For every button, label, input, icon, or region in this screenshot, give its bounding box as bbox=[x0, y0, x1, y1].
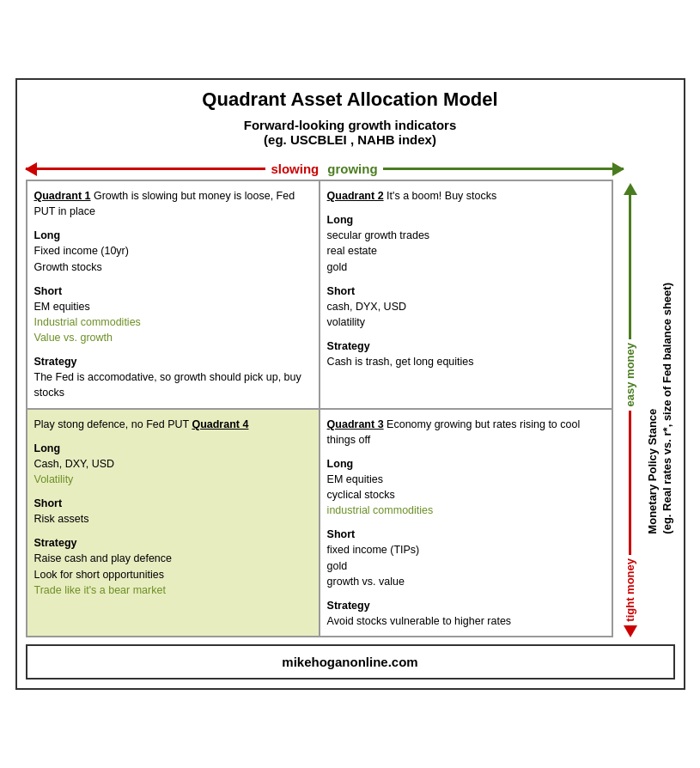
arrow-labels: slowing growing bbox=[265, 162, 382, 176]
quadrant-grid: Quadrant 1 Growth is slowing but money i… bbox=[26, 180, 613, 637]
main-title: Quadrant Asset Allocation Model bbox=[26, 88, 675, 111]
q3-short-item-3: growth vs. value bbox=[327, 574, 605, 589]
q3-strategy-text: Avoid stocks vulnerable to higher rates bbox=[327, 613, 605, 629]
q1-short-label: Short bbox=[34, 283, 312, 299]
easy-money-label: easy money bbox=[624, 343, 636, 406]
q1-strategy-label: Strategy bbox=[34, 354, 312, 369]
q2-long-section: Long secular growth trades real estate g… bbox=[327, 212, 605, 275]
q1-short-item-3: Value vs. growth bbox=[34, 330, 312, 345]
easy-money-arrow: easy money tight money bbox=[624, 180, 637, 637]
quadrant2-cell: Quadrant 2 It's a boom! Buy stocks Long … bbox=[320, 180, 612, 409]
q4-label: Quadrant 4 bbox=[192, 418, 248, 430]
q2-short-label: Short bbox=[327, 283, 605, 299]
q4-long-label: Long bbox=[34, 441, 312, 456]
subtitle-line2: (eg. USCBLEI , NAHB index) bbox=[264, 132, 436, 147]
quadrant4-cell: Play stong defence, no Fed PUT Quadrant … bbox=[27, 409, 320, 637]
slowing-arrow-line bbox=[26, 168, 266, 170]
subtitle: Forward-looking growth indicators (eg. U… bbox=[26, 118, 675, 147]
q4-long-section: Long Cash, DXY, USD Volatility bbox=[34, 441, 312, 487]
grid-bottom-row: Play stong defence, no Fed PUT Quadrant … bbox=[27, 409, 612, 637]
footer: mikehoganonline.com bbox=[26, 644, 675, 680]
q4-intro: Play stong defence, no Fed PUT bbox=[34, 418, 192, 430]
q4-strategy-item-3: Trade like it's a bear market bbox=[34, 582, 312, 598]
q3-long-section: Long EM equities cyclical stocks industr… bbox=[327, 456, 605, 519]
quadrant1-cell: Quadrant 1 Growth is slowing but money i… bbox=[27, 180, 320, 409]
content-row: Quadrant 1 Growth is slowing but money i… bbox=[26, 180, 675, 637]
q2-long-label: Long bbox=[327, 212, 605, 228]
growing-arrow bbox=[383, 159, 624, 178]
q3-long-item-2: cyclical stocks bbox=[327, 487, 605, 503]
q4-long-item-1: Cash, DXY, USD bbox=[34, 456, 312, 472]
vertical-arrows: easy money tight money bbox=[617, 180, 644, 637]
q1-long-item-1: Fixed income (10yr) bbox=[34, 243, 312, 259]
q2-short-item-1: cash, DYX, USD bbox=[327, 299, 605, 314]
q4-strategy-item-1: Raise cash and play defence bbox=[34, 551, 312, 566]
q1-short-item-1: EM equities bbox=[34, 299, 312, 314]
q1-label: Quadrant 1 bbox=[34, 190, 91, 202]
quadrant3-cell: Quadrant 3 Economy growing but rates ris… bbox=[320, 409, 612, 637]
subtitle-line1: Forward-looking growth indicators bbox=[244, 118, 457, 132]
red-v-line bbox=[629, 411, 631, 555]
q1-long-item-2: Growth stocks bbox=[34, 259, 312, 275]
main-container: Quadrant Asset Allocation Model Forward-… bbox=[15, 78, 685, 690]
slowing-label: slowing bbox=[271, 162, 319, 176]
q4-short-section: Short Risk assets bbox=[34, 496, 312, 527]
q2-strategy-text: Cash is trash, get long equities bbox=[327, 354, 605, 369]
green-v-line bbox=[629, 195, 631, 339]
growing-label: growing bbox=[327, 162, 377, 176]
q1-short-section: Short EM equities Industrial commodities… bbox=[34, 283, 312, 346]
right-axis-area: easy money tight money Monetary Policy S… bbox=[617, 180, 675, 637]
q4-short-label: Short bbox=[34, 496, 312, 511]
q4-strategy-section: Strategy Raise cash and play defence Loo… bbox=[34, 535, 312, 598]
q1-strategy-section: Strategy The Fed is accomodative, so gro… bbox=[34, 354, 312, 400]
arrow-head-down bbox=[624, 625, 637, 637]
q2-label: Quadrant 2 bbox=[327, 190, 384, 202]
q2-strategy-section: Strategy Cash is trash, get long equitie… bbox=[327, 338, 605, 369]
q2-intro: It's a boom! Buy stocks bbox=[387, 190, 496, 202]
arrow-head-up bbox=[624, 183, 637, 195]
q1-short-item-2: Industrial commodities bbox=[34, 314, 312, 330]
q3-short-item-2: gold bbox=[327, 558, 605, 574]
q1-long-label: Long bbox=[34, 228, 312, 243]
q3-short-section: Short fixed income (TIPs) gold growth vs… bbox=[327, 527, 605, 589]
q3-long-label: Long bbox=[327, 456, 605, 472]
q3-long-item-3: industrial commodities bbox=[327, 503, 605, 518]
growing-arrow-line bbox=[383, 168, 624, 170]
grid-top-row: Quadrant 1 Growth is slowing but money i… bbox=[27, 180, 612, 409]
q3-label: Quadrant 3 bbox=[327, 418, 384, 430]
q2-short-section: Short cash, DYX, USD volatility bbox=[327, 283, 605, 330]
q2-short-item-2: volatility bbox=[327, 314, 605, 330]
q1-long-section: Long Fixed income (10yr) Growth stocks bbox=[34, 228, 312, 274]
tight-money-label: tight money bbox=[624, 558, 636, 622]
q1-strategy-text: The Fed is accomodative, so growth shoul… bbox=[34, 369, 312, 400]
q4-short-item-1: Risk assets bbox=[34, 511, 312, 527]
q3-strategy-label: Strategy bbox=[327, 598, 605, 613]
q4-strategy-item-2: Look for short opportunities bbox=[34, 567, 312, 582]
slowing-arrow bbox=[26, 159, 266, 178]
footer-url: mikehoganonline.com bbox=[282, 655, 417, 669]
q3-strategy-section: Strategy Avoid stocks vulnerable to high… bbox=[327, 598, 605, 629]
growth-arrow-row: slowing growing bbox=[26, 159, 675, 178]
q3-short-item-1: fixed income (TIPs) bbox=[327, 542, 605, 558]
q2-strategy-label: Strategy bbox=[327, 338, 605, 354]
monetary-policy-title: Monetary Policy Stance (eg. Real rates v… bbox=[646, 283, 675, 534]
q3-long-item-1: EM equities bbox=[327, 472, 605, 487]
q2-long-item-2: real estate bbox=[327, 243, 605, 259]
q4-strategy-label: Strategy bbox=[34, 535, 312, 551]
q4-long-item-2: Volatility bbox=[34, 472, 312, 487]
q3-short-label: Short bbox=[327, 527, 605, 542]
q2-long-item-3: gold bbox=[327, 259, 605, 275]
q2-long-item-1: secular growth trades bbox=[327, 228, 605, 243]
axis-title-col: Monetary Policy Stance (eg. Real rates v… bbox=[646, 180, 675, 637]
